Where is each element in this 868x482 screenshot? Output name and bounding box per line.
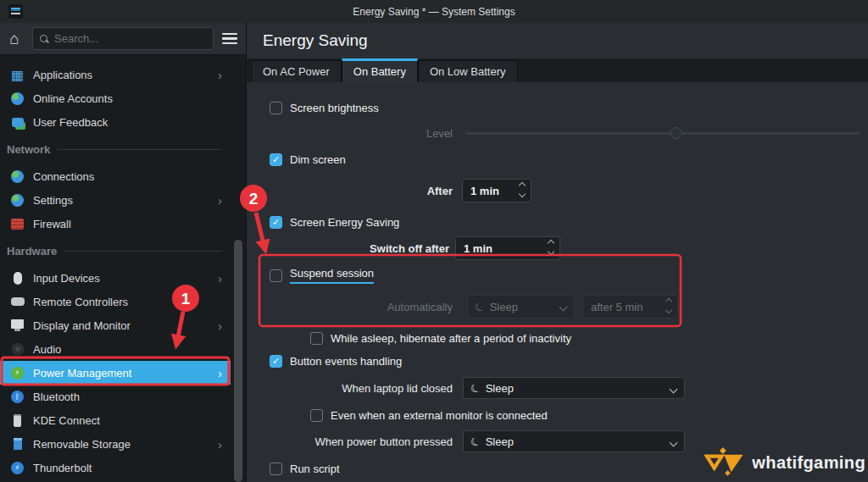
- sidebar-section-hardware: Hardware: [0, 235, 231, 266]
- lid-closed-dropdown[interactable]: ☾ Sleep: [463, 377, 685, 399]
- sidebar-item-connections[interactable]: Connections: [0, 164, 231, 188]
- dim-screen-checkbox[interactable]: ✓: [270, 153, 282, 166]
- screen-energy-saving-checkbox[interactable]: ✓: [270, 216, 282, 229]
- external-monitor-row[interactable]: Even when an external monitor is connect…: [310, 405, 548, 425]
- slider-track: [465, 132, 860, 135]
- tab-content: Screen brightness Level ✓ Dim screen Aft…: [247, 82, 868, 482]
- suspend-session-checkbox[interactable]: [270, 269, 282, 282]
- chevron-right-icon: ›: [218, 319, 222, 333]
- dropdown-value: Sleep: [486, 435, 514, 448]
- sidebar-item-remote-controllers[interactable]: Remote Controllers: [0, 290, 231, 313]
- sidebar-item-user-feedback[interactable]: User Feedback: [0, 110, 231, 134]
- sidebar-item-online-accounts[interactable]: Online Accounts: [0, 86, 231, 110]
- page-header: Energy Saving: [247, 23, 868, 58]
- input-devices-icon: [14, 272, 22, 285]
- display-monitor-icon: [11, 319, 24, 329]
- system-settings-app-icon: [8, 4, 23, 19]
- switch-off-after-label: Switch off after: [247, 242, 454, 255]
- hamburger-menu-icon[interactable]: [222, 33, 237, 45]
- spinbox-value: after 5 min: [591, 301, 643, 313]
- button-events-row[interactable]: ✓ Button events handling: [270, 351, 402, 371]
- sidebar-section-network: Network: [0, 134, 231, 164]
- home-icon[interactable]: ⌂: [6, 30, 23, 47]
- brightness-level-row: Level: [247, 123, 860, 143]
- sidebar-toolbar: ⌂ Search...: [0, 23, 246, 55]
- chevron-right-icon: ›: [218, 271, 222, 285]
- sidebar-item-power-management[interactable]: ⚡ Power Management ›: [0, 361, 231, 385]
- sidebar-scrollbar[interactable]: [234, 240, 242, 482]
- automatically-delay-spinbox: after 5 min: [582, 295, 678, 319]
- search-input[interactable]: Search...: [32, 27, 214, 50]
- chevron-down-icon: [559, 303, 568, 312]
- checkbox-label: Screen brightness: [290, 102, 379, 114]
- suspend-session-row[interactable]: Suspend session: [270, 265, 374, 285]
- screen-brightness-checkbox[interactable]: [270, 102, 282, 114]
- hibernate-inactivity-checkbox[interactable]: [310, 332, 323, 345]
- slider-handle[interactable]: [670, 127, 682, 139]
- sidebar-item-firewall[interactable]: Firewall: [0, 212, 231, 235]
- sidebar-item-thunderbolt[interactable]: ⚡ Thunderbolt: [0, 456, 231, 479]
- connections-icon: [11, 170, 24, 183]
- user-feedback-icon: [12, 118, 24, 127]
- spinbox-arrows: [666, 299, 671, 313]
- run-script-checkbox[interactable]: [270, 463, 282, 475]
- sidebar-item-applications[interactable]: ▦ Applications ›: [0, 63, 231, 86]
- checkbox-label: Even when an external monitor is connect…: [331, 409, 548, 422]
- sidebar-item-display-and-monitor[interactable]: Display and Monitor ›: [0, 313, 231, 337]
- dim-screen-row[interactable]: ✓ Dim screen: [270, 149, 346, 169]
- sidebar-item-kde-connect[interactable]: KDE Connect: [0, 408, 231, 432]
- search-placeholder: Search...: [54, 32, 98, 45]
- kde-connect-icon: [14, 414, 21, 427]
- sidebar-item-label: Input Devices: [33, 272, 209, 285]
- level-label: Level: [247, 127, 458, 140]
- chevron-down-icon: [670, 439, 678, 447]
- after-label: After: [247, 185, 458, 197]
- button-events-checkbox[interactable]: ✓: [270, 355, 282, 368]
- sidebar-item-bluetooth[interactable]: ᛒ Bluetooth: [0, 385, 231, 408]
- titlebar: Energy Saving * — System Settings: [0, 0, 868, 23]
- sidebar-item-audio[interactable]: Audio: [0, 337, 231, 361]
- sleep-moon-icon: ☾: [472, 299, 487, 315]
- window-title: Energy Saving * — System Settings: [353, 6, 515, 18]
- dim-after-spinbox[interactable]: 1 min: [462, 179, 531, 202]
- run-script-row[interactable]: Run script: [270, 458, 340, 479]
- tab-bar: On AC Power On Battery On Low Battery: [247, 58, 868, 82]
- tab-on-ac-power[interactable]: On AC Power: [251, 60, 342, 82]
- sleep-moon-icon: ☾: [468, 380, 482, 396]
- sidebar-item-label: Bluetooth: [33, 391, 222, 403]
- checkbox-label: Button events handling: [290, 355, 402, 368]
- hibernate-inactivity-row[interactable]: While asleep, hibernate after a period o…: [310, 328, 571, 348]
- page-title: Energy Saving: [263, 31, 368, 50]
- dropdown-value: Sleep: [490, 301, 518, 313]
- sidebar-item-removable-storage[interactable]: Removable Storage ›: [0, 432, 231, 456]
- spinbox-value: 1 min: [470, 185, 499, 197]
- switch-off-after-spinbox[interactable]: 1 min: [455, 236, 560, 260]
- spinbox-arrows[interactable]: [548, 241, 554, 254]
- chevron-right-icon: ›: [218, 193, 222, 208]
- dim-after-row: After 1 min: [247, 179, 531, 202]
- screen-brightness-row[interactable]: Screen brightness: [270, 97, 379, 118]
- sidebar-item-label: Display and Monitor: [33, 319, 209, 332]
- sidebar-item-label: KDE Connect: [33, 414, 222, 427]
- sidebar-item-input-devices[interactable]: Input Devices ›: [0, 266, 231, 290]
- power-button-dropdown[interactable]: ☾ Sleep: [463, 430, 685, 452]
- sidebar-item-label: Firewall: [33, 218, 222, 230]
- sidebar-item-network-settings[interactable]: Settings ›: [0, 188, 231, 212]
- automatically-row: Automatically ☾ Sleep after 5 min: [247, 295, 678, 319]
- chevron-down-icon: [670, 385, 678, 394]
- checkbox-label: Dim screen: [290, 153, 346, 166]
- sidebar-item-label: Remote Controllers: [33, 296, 222, 308]
- spinbox-value: 1 min: [464, 242, 492, 255]
- search-icon: [40, 35, 48, 43]
- tab-on-low-battery[interactable]: On Low Battery: [418, 60, 518, 82]
- main-panel: Energy Saving On AC Power On Battery On …: [247, 23, 868, 482]
- tab-on-battery[interactable]: On Battery: [342, 58, 418, 82]
- spinbox-arrows[interactable]: [520, 183, 525, 197]
- firewall-icon: [11, 219, 24, 230]
- external-monitor-checkbox[interactable]: [310, 409, 323, 422]
- chevron-right-icon: ›: [218, 366, 222, 380]
- screen-energy-saving-row[interactable]: ✓ Screen Energy Saving: [270, 212, 399, 232]
- switch-off-after-row: Switch off after 1 min: [247, 236, 560, 260]
- brightness-level-slider[interactable]: [465, 126, 860, 140]
- chevron-right-icon: ›: [218, 437, 222, 452]
